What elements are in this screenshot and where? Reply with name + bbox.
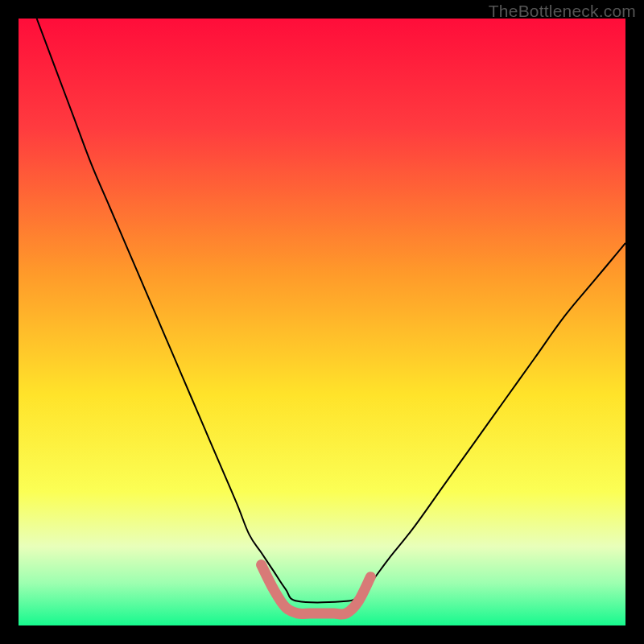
chart-svg [19, 19, 625, 625]
watermark-text: TheBottleneck.com [489, 2, 636, 21]
chart-frame: TheBottleneck.com [0, 0, 644, 644]
plot-area [19, 19, 625, 625]
gradient-background [19, 19, 625, 625]
